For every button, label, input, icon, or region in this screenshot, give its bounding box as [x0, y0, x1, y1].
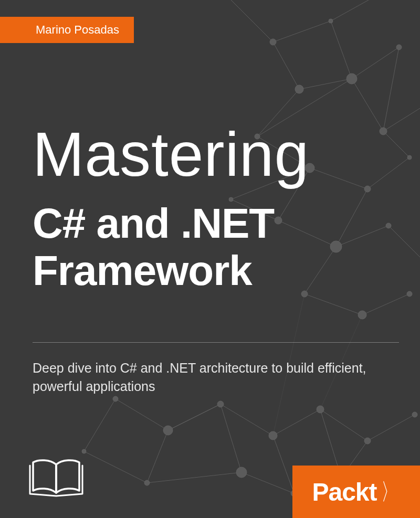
chevron-right-icon: 〉: [381, 477, 397, 508]
svg-line-32: [147, 430, 168, 483]
svg-line-5: [352, 47, 399, 79]
svg-line-18: [304, 294, 362, 315]
svg-line-27: [168, 404, 220, 430]
svg-line-30: [320, 409, 368, 441]
svg-line-3: [273, 42, 299, 89]
svg-line-26: [116, 399, 168, 430]
svg-point-73: [412, 412, 417, 417]
svg-point-69: [236, 467, 247, 478]
svg-point-61: [407, 291, 412, 297]
title-line-2: C# and .NET Framework: [33, 200, 399, 294]
svg-point-62: [113, 396, 118, 401]
svg-point-66: [317, 406, 324, 413]
svg-point-65: [269, 431, 277, 440]
svg-line-28: [220, 404, 273, 436]
svg-point-64: [217, 401, 224, 407]
svg-point-48: [346, 73, 357, 84]
book-title: Mastering C# and .NET Framework: [33, 123, 399, 294]
svg-point-59: [358, 311, 366, 319]
divider-line: [33, 342, 399, 343]
author-name: Marino Posadas: [36, 23, 119, 36]
svg-point-67: [364, 438, 371, 444]
svg-point-47: [295, 85, 303, 93]
svg-line-34: [273, 436, 294, 493]
svg-line-29: [273, 409, 320, 436]
svg-line-38: [242, 472, 294, 493]
svg-point-68: [144, 480, 150, 485]
subtitle: Deep dive into C# and .NET architecture …: [33, 359, 388, 396]
svg-point-72: [82, 449, 86, 453]
svg-line-21: [331, 21, 352, 79]
title-line-1: Mastering: [33, 123, 399, 185]
svg-line-4: [299, 79, 352, 89]
svg-point-46: [329, 19, 333, 23]
svg-point-49: [396, 45, 402, 50]
svg-line-2: [331, 0, 378, 21]
svg-line-37: [84, 451, 147, 483]
svg-line-42: [168, 404, 220, 430]
svg-line-19: [362, 294, 410, 315]
svg-point-54: [407, 155, 412, 160]
author-badge: Marino Posadas: [0, 17, 134, 43]
svg-line-39: [147, 472, 242, 483]
svg-line-1: [273, 21, 331, 42]
svg-line-36: [84, 399, 116, 451]
svg-point-63: [163, 426, 173, 435]
publisher-name: Packt: [312, 478, 376, 506]
svg-point-45: [270, 39, 276, 45]
open-book-icon: [29, 457, 84, 498]
svg-line-22: [383, 47, 399, 131]
publisher-logo: Packt〉: [312, 477, 400, 508]
publisher-badge: Packt〉: [292, 466, 420, 518]
svg-line-31: [368, 415, 415, 441]
svg-line-33: [220, 404, 242, 472]
svg-line-0: [220, 0, 273, 42]
